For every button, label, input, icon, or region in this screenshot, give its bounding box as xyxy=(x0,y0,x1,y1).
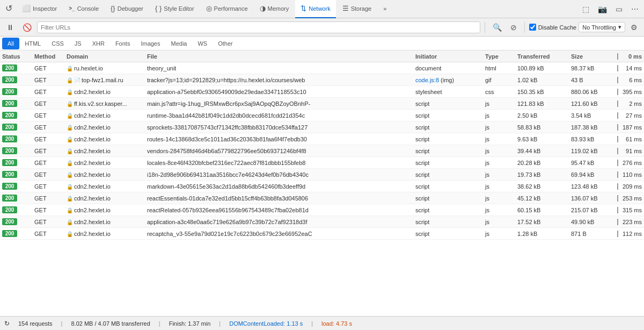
lock-icon: 🔒 xyxy=(67,77,73,83)
table-row[interactable]: 200 GET 🔒cdn2.hexlet.io i18n-2d98e906b69… xyxy=(0,169,644,181)
row-transferred: 1.02 kB xyxy=(515,77,569,83)
tab-memory[interactable]: ◑ Memory xyxy=(254,0,295,18)
initiator-link[interactable]: code.js:8 xyxy=(415,77,439,83)
status-badge: 200 xyxy=(2,88,17,95)
tab-style-editor[interactable]: { } Style Editor xyxy=(150,0,200,18)
row-initiator: script xyxy=(413,207,483,213)
row-time: 27 ms xyxy=(617,112,644,119)
row-status: 200 xyxy=(0,88,32,95)
row-status: 200 xyxy=(0,206,32,213)
clear-button[interactable]: 🚫 xyxy=(19,21,35,34)
separator-2 xyxy=(524,22,525,33)
row-size: 121.60 kB xyxy=(569,101,617,107)
network-label: Network xyxy=(309,5,330,12)
row-method: GET xyxy=(32,231,64,237)
table-row[interactable]: 200 GET 🔒cdn2.hexlet.io sprockets-338170… xyxy=(0,121,644,133)
filter-media[interactable]: Media xyxy=(165,38,192,49)
row-type: js xyxy=(483,207,515,213)
camera-icon[interactable]: 📷 xyxy=(595,3,610,16)
initiator-value: script xyxy=(415,101,429,107)
row-time: 61 ms xyxy=(617,136,644,142)
more-tabs-button[interactable]: » xyxy=(378,0,392,18)
table-row[interactable]: 200 GET 🔒cdn2.hexlet.io routes-14c13868d… xyxy=(0,133,644,145)
header-status[interactable]: Status xyxy=(0,53,32,60)
filter-css[interactable]: CSS xyxy=(46,38,69,49)
status-badge: 200 xyxy=(2,135,17,142)
table-row[interactable]: 200 GET 🔒cdn2.hexlet.io vendors-284758fd… xyxy=(0,145,644,157)
table-row[interactable]: 200 GET 🔒cdn2.hexlet.io runtime-3baa1d44… xyxy=(0,110,644,121)
table-row[interactable]: 200 GET 🔒cdn2.hexlet.io application-a3c4… xyxy=(0,216,644,228)
header-initiator[interactable]: Initiator xyxy=(413,53,483,60)
reload-button[interactable]: ↺ xyxy=(2,0,16,18)
tab-storage[interactable]: ☰ Storage xyxy=(337,0,377,18)
lock-icon: 🔒 xyxy=(67,231,73,237)
throttle-label: No Throttling xyxy=(582,24,616,31)
header-transferred[interactable]: Transferred xyxy=(515,53,569,60)
row-file: markdown-43e05615e363ac2d1da88b6db542460… xyxy=(145,183,413,190)
block-button[interactable]: ⊘ xyxy=(507,21,520,34)
row-domain: 🔒cdn2.hexlet.io xyxy=(64,195,145,202)
header-file[interactable]: File xyxy=(145,53,413,60)
row-type: js xyxy=(483,148,515,154)
requests-table: 200 GET 🔒ru.hexlet.io theory_unit docume… xyxy=(0,62,644,296)
row-status: 200 xyxy=(0,147,32,154)
filter-html[interactable]: HTML xyxy=(19,38,46,49)
row-transferred: 121.83 kB xyxy=(515,101,569,107)
tab-inspector[interactable]: ⬜ Inspector xyxy=(17,0,62,18)
status-badge: 200 xyxy=(2,206,17,213)
row-domain: 🔒cdn2.hexlet.io xyxy=(64,231,145,237)
table-row[interactable]: 200 GET 🔒cdn2.hexlet.io reactRelated-057… xyxy=(0,204,644,216)
tab-network[interactable]: ⇅ Network xyxy=(295,0,335,18)
tab-debugger[interactable]: {} Debugger xyxy=(105,0,149,18)
ellipsis-icon[interactable]: ⋯ xyxy=(628,3,642,16)
filter-other[interactable]: Other xyxy=(213,38,238,49)
pause-button[interactable]: ⏸ xyxy=(3,21,17,34)
table-row[interactable]: 200 GET 🔒ff.kis.v2.scr.kasper... main.js… xyxy=(0,98,644,110)
filter-all[interactable]: All xyxy=(2,38,19,49)
header-domain[interactable]: Domain xyxy=(64,53,145,60)
filter-ws[interactable]: WS xyxy=(192,38,213,49)
header-size[interactable]: Size xyxy=(569,53,617,60)
settings-button[interactable]: ⚙ xyxy=(627,21,641,34)
initiator-value: script xyxy=(415,171,429,178)
header-type[interactable]: Type xyxy=(483,53,515,60)
row-method: GET xyxy=(32,136,64,142)
table-row[interactable]: 200 GET 🔒ru.hexlet.io theory_unit docume… xyxy=(0,62,644,74)
lock-icon: 🔒 xyxy=(67,66,73,71)
row-type: js xyxy=(483,101,515,107)
status-badge: 200 xyxy=(2,159,17,166)
table-row[interactable]: 200 GET 🔒cdn2.hexlet.io locales-8ce46f43… xyxy=(0,157,644,169)
row-method: GET xyxy=(32,171,64,178)
row-status: 200 xyxy=(0,100,32,107)
split-horizontal-icon[interactable]: ⬚ xyxy=(579,3,592,16)
row-time: 110 ms xyxy=(617,171,644,178)
status-badge: 200 xyxy=(2,218,17,225)
search-button[interactable]: 🔍 xyxy=(489,21,505,34)
tab-performance[interactable]: ◎ Performance xyxy=(201,0,253,18)
disable-cache-label[interactable]: Disable Cache xyxy=(529,24,577,31)
initiator-value: script xyxy=(415,183,429,190)
filter-xhr[interactable]: XHR xyxy=(87,38,110,49)
status-badge: 200 xyxy=(2,124,17,131)
header-method[interactable]: Method xyxy=(32,53,64,60)
filter-urls-input[interactable] xyxy=(37,21,480,33)
table-row[interactable]: 200 GET 🔒cdn2.hexlet.io recaptcha_v3-55e… xyxy=(0,228,644,240)
filter-images[interactable]: Images xyxy=(135,38,165,49)
disable-cache-checkbox[interactable] xyxy=(529,24,536,31)
row-initiator: script xyxy=(413,231,483,237)
table-row[interactable]: 200 GET 🔒cdn2.hexlet.io markdown-43e0561… xyxy=(0,181,644,192)
table-row[interactable]: 200 GET 🔒cdn2.hexlet.io application-a75e… xyxy=(0,86,644,98)
row-initiator: script xyxy=(413,112,483,119)
table-row[interactable]: 200 GET 🔒📄top-fwz1.mail.ru tracker?js=13… xyxy=(0,74,644,86)
header-time[interactable]: 0 ms xyxy=(617,53,644,60)
throttle-dropdown[interactable]: No Throttling ▾ xyxy=(579,22,625,32)
tab-console[interactable]: >_ Console xyxy=(63,0,104,18)
row-transferred: 60.15 kB xyxy=(515,207,569,213)
split-vertical-icon[interactable]: ▭ xyxy=(612,3,626,16)
filter-fonts[interactable]: Fonts xyxy=(110,38,136,49)
filter-js[interactable]: JS xyxy=(69,38,87,49)
row-type: gif xyxy=(483,77,515,83)
network-toolbar: ⏸ 🚫 🔍 ⊘ Disable Cache No Throttling ▾ ⚙ xyxy=(0,18,644,37)
table-row[interactable]: 200 GET 🔒cdn2.hexlet.io reactEssentials-… xyxy=(0,192,644,204)
initiator-value: script xyxy=(415,160,429,166)
